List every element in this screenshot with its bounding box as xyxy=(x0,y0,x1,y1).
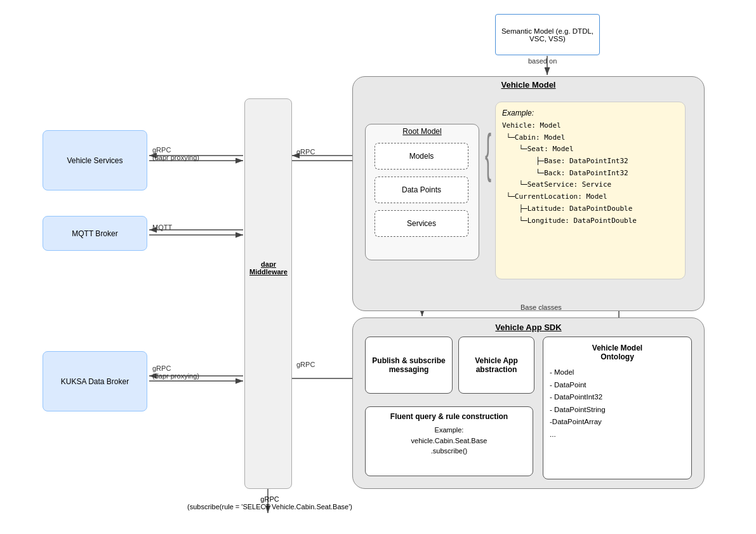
kuksa-label: KUKSA Data Broker xyxy=(61,377,129,386)
root-model-title: Root Model xyxy=(365,127,479,136)
models-item: Models xyxy=(375,143,468,170)
mqtt-broker-label: MQTT Broker xyxy=(72,229,117,238)
services-item: Services xyxy=(375,210,468,237)
based-on-label: based on xyxy=(528,57,557,65)
vehicle-app-abstraction-label: Vehicle Appabstraction xyxy=(475,356,518,374)
sdk-title: Vehicle App SDK xyxy=(352,323,705,332)
bottom-grpc-label: gRPC (subscribe(rule = 'SELECT Vehicle.C… xyxy=(159,495,381,511)
semantic-model-box: Semantic Model (e.g. DTDL, VSC, VSS) xyxy=(495,14,600,55)
ontology-items: - Model - DataPoint - DataPointInt32 - D… xyxy=(550,366,685,441)
dapr-bar xyxy=(244,98,292,489)
grpc-sdk-label: gRPC xyxy=(296,361,315,368)
publish-subscribe-label: Publish & subscribemessaging xyxy=(372,356,445,374)
fluent-query-title: Fluent query & rule construction xyxy=(371,412,527,421)
mqtt-broker-box: MQTT Broker xyxy=(43,216,147,251)
diagram-container: Semantic Model (e.g. DTDL, VSC, VSS) bas… xyxy=(0,0,756,534)
mqtt-label: MQTT xyxy=(152,224,172,231)
grpc-dapr-label-vs: gRPC(dapr proxying) xyxy=(152,146,199,161)
vehicle-model-title: Vehicle Model xyxy=(352,80,705,90)
ontology-title: Vehicle ModelOntology xyxy=(550,344,685,361)
ontology-box: Vehicle ModelOntology - Model - DataPoin… xyxy=(543,337,692,479)
semantic-model-label: Semantic Model (e.g. DTDL, VSC, VSS) xyxy=(500,27,595,43)
example-label: Example: xyxy=(502,109,679,117)
data-points-item: Data Points xyxy=(375,177,468,203)
publish-subscribe-box: Publish & subscribemessaging xyxy=(365,337,453,394)
fluent-query-box: Fluent query & rule construction Example… xyxy=(365,406,533,476)
grpc-right-label: gRPC xyxy=(296,148,315,156)
fluent-query-example: Example: vehicle.Cabin.Seat.Base .subscr… xyxy=(371,425,527,457)
vehicle-services-label: Vehicle Services xyxy=(67,156,123,165)
vehicle-services-box: Vehicle Services xyxy=(43,130,147,190)
vehicle-app-abstraction-box: Vehicle Appabstraction xyxy=(458,337,534,394)
kuksa-box: KUKSA Data Broker xyxy=(43,351,147,411)
dapr-label: daprMiddleware xyxy=(246,260,291,276)
curly-brace: { xyxy=(485,123,491,184)
tree-content: Vehicle: Model └─Cabin: Model └─Seat: Mo… xyxy=(502,120,679,227)
base-classes-label: Base classes xyxy=(521,304,562,311)
grpc-dapr-label-kuksa: gRPC(dapr proxying) xyxy=(152,364,199,380)
example-box: Example: Vehicle: Model └─Cabin: Model └… xyxy=(495,102,686,279)
